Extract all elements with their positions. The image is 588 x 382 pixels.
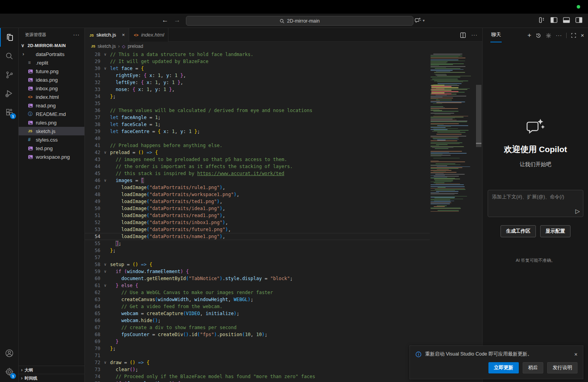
sidebar-section-时间线[interactable]: ›时间线	[19, 374, 85, 382]
code-line-55[interactable]: 55 ];	[85, 240, 430, 247]
tab-sketch.js[interactable]: JSsketch.js×	[85, 28, 129, 42]
tree-item-workspace.png[interactable]: workspace.png	[19, 152, 84, 161]
activity-extensions-icon[interactable]: 1	[0, 103, 19, 121]
chevron-down-icon[interactable]: ▾	[423, 18, 425, 23]
sidebar-more-actions-icon[interactable]: ···	[73, 32, 80, 38]
tree-item-styles.css[interactable]: #styles.css	[19, 135, 84, 144]
breadcrumb-file[interactable]: sketch.js	[98, 44, 116, 49]
close-notification-icon[interactable]: ×	[574, 351, 578, 357]
fold-icon[interactable]: ∨	[100, 268, 110, 275]
close-tab-icon[interactable]: ×	[122, 32, 125, 38]
fold-icon[interactable]: ∨	[100, 359, 110, 366]
chat-button-生成工作区[interactable]: 生成工作区	[500, 225, 536, 237]
project-root-row[interactable]: ∨ 2D-MIRROR-MAIN	[19, 41, 84, 50]
code-line-42[interactable]: 42∨preload = () => {	[85, 149, 430, 156]
code-line-46[interactable]: 46∨ images = [	[85, 177, 430, 184]
activity-settings-icon[interactable]: 1	[0, 363, 19, 381]
code-line-66[interactable]: 66 webcam.hide();	[85, 317, 430, 324]
code-line-56[interactable]: 56};	[85, 247, 430, 254]
tree-item-dataPortraits[interactable]: ›dataPortraits	[19, 50, 84, 58]
sidebar-section-大纲[interactable]: ›大纲	[19, 366, 85, 374]
fold-icon[interactable]: ∨	[100, 261, 110, 268]
code-line-65[interactable]: 65 webcam = createCapture(VIDEO, initial…	[85, 310, 430, 317]
code-line-44[interactable]: 44 // the order is important as it affec…	[85, 163, 430, 170]
code-line-30[interactable]: 30∨let face = {	[85, 65, 430, 72]
tree-item-README.md[interactable]: ⓘREADME.md	[19, 110, 84, 118]
code-line-37[interactable]: 37let faceAngle = 1;	[85, 114, 430, 121]
code-line-29[interactable]: 29// It will get updated by BlazeFace	[85, 58, 430, 65]
code-line-59[interactable]: 59∨ if (window.frameElement) {	[85, 268, 430, 275]
code-line-61[interactable]: 61∨ } else {	[85, 282, 430, 289]
breadcrumb-symbol[interactable]: preload	[128, 44, 143, 49]
tab-chat[interactable]: 聊天	[490, 28, 502, 42]
send-icon[interactable]: ▷	[575, 208, 580, 215]
tree-item-inbox.png[interactable]: inbox.png	[19, 84, 84, 93]
new-chat-icon[interactable]: +	[527, 32, 531, 39]
back-button[interactable]: ←	[162, 16, 168, 24]
code-line-68[interactable]: 68 fpsCounter = createDiv().id("fps").po…	[85, 331, 430, 338]
code-line-50[interactable]: 50 loadImage("dataPortraits/idea1.png"),	[85, 205, 430, 212]
activity-source-control-icon[interactable]	[0, 65, 19, 84]
code-line-38[interactable]: 38let faceScale = 1;	[85, 121, 430, 128]
code-line-53[interactable]: 53 loadImage("dataPortraits/future1.png"…	[85, 226, 430, 233]
code-line-43[interactable]: 43 // images need to be preloaded so tha…	[85, 156, 430, 163]
tree-item-sketch.js[interactable]: JSsketch.js	[19, 127, 84, 135]
fold-icon[interactable]: ∨	[100, 282, 110, 289]
code-line-48[interactable]: 48 loadImage("dataPortraits/workspace1.p…	[85, 191, 430, 198]
chat-input[interactable]: 添加上下文(#)、扩展(@)、命令(/) ▷	[488, 190, 583, 217]
code-line-47[interactable]: 47 loadImage("dataPortraits/rule1.png"),	[85, 184, 430, 191]
code-line-49[interactable]: 49 loadImage("dataPortraits/ted1.png"),	[85, 198, 430, 205]
code-line-28[interactable]: 28∨// This is a data structure to hold f…	[85, 51, 430, 58]
breadcrumb[interactable]: JS sketch.js › ◇ preload	[85, 42, 482, 51]
code-line-52[interactable]: 52 loadImage("dataPortraits/inbox1.png")…	[85, 219, 430, 226]
code-line-75[interactable]: 75 if (faces.length > 0) {	[85, 380, 430, 382]
code-line-67[interactable]: 67 // create a div to show frames per se…	[85, 324, 430, 331]
activity-account-icon[interactable]	[0, 344, 19, 363]
maximize-panel-icon[interactable]	[571, 32, 576, 39]
tree-item-read.png[interactable]: read.png	[19, 101, 84, 110]
notification-button-立即更新[interactable]: 立即更新	[488, 362, 519, 373]
toggle-sidebar-icon[interactable]	[550, 17, 558, 23]
tree-item-index.html[interactable]: <>index.html	[19, 93, 84, 101]
code-line-35[interactable]: 35	[85, 100, 430, 107]
code-editor[interactable]: 28∨// This is a data structure to hold f…	[85, 51, 430, 382]
fold-icon[interactable]: ∨	[100, 177, 110, 184]
editor-more-actions-icon[interactable]: ···	[471, 32, 478, 38]
activity-search-icon[interactable]	[0, 47, 19, 65]
code-line-60[interactable]: 60 document.getElementById("TabNotice").…	[85, 275, 430, 282]
code-line-69[interactable]: 69 }	[85, 338, 430, 345]
close-panel-icon[interactable]: ×	[581, 32, 584, 39]
code-line-32[interactable]: 32 leftEye: { x: 1, y: 1 },	[85, 79, 430, 86]
toggle-panel-icon[interactable]	[563, 17, 570, 23]
code-line-45[interactable]: 45 // this stack is inspired by https://…	[85, 170, 430, 177]
tab-index.html[interactable]: <>index.html	[129, 28, 168, 42]
fold-icon[interactable]: ∨	[100, 149, 110, 156]
code-line-33[interactable]: 33 nose: { x: 1, y: 1 },	[85, 86, 430, 93]
chat-more-actions-icon[interactable]: ···	[556, 32, 562, 38]
tree-item-ted.png[interactable]: ted.png	[19, 144, 84, 152]
code-line-36[interactable]: 36// These values will be calculated / d…	[85, 107, 430, 114]
code-line-70[interactable]: 70};	[85, 345, 430, 352]
code-line-31[interactable]: 31 rightEye: { x: 1, y: 1 },	[85, 72, 430, 79]
copilot-icon[interactable]	[415, 17, 422, 24]
code-line-40[interactable]: 40	[85, 135, 430, 142]
command-center-search[interactable]: 2D-mirror-main	[186, 16, 413, 26]
code-line-64[interactable]: 64 // Get a video feed from the webcam.	[85, 303, 430, 310]
history-icon[interactable]	[536, 32, 541, 38]
fold-icon[interactable]: ∨	[100, 51, 110, 58]
activity-run-debug-icon[interactable]	[0, 84, 19, 103]
tree-item-ideas.png[interactable]: ideas.png	[19, 75, 84, 84]
notification-button-发行说明[interactable]: 发行说明	[547, 362, 578, 373]
chat-settings-gear-icon[interactable]	[546, 32, 551, 38]
chat-button-显示配置[interactable]: 显示配置	[540, 225, 570, 237]
fold-icon[interactable]: ∨	[100, 65, 110, 72]
code-line-74[interactable]: 74 // Proceed only if the BlazeFace mode…	[85, 373, 430, 380]
tree-item-rules.png[interactable]: rules.png	[19, 118, 84, 127]
notification-button-稍后[interactable]: 稍后	[523, 362, 543, 373]
code-line-54[interactable]: 54 loadImage("dataPortraits/name1.png"),	[85, 233, 430, 240]
code-line-41[interactable]: 41// Preload happens before anything els…	[85, 142, 430, 149]
forward-button[interactable]: →	[174, 16, 180, 24]
code-line-51[interactable]: 51 loadImage("dataPortraits/read1.png"),	[85, 212, 430, 219]
code-line-39[interactable]: 39let faceCentre = { x: 1, y: 1 };	[85, 128, 430, 135]
tree-item-future.png[interactable]: future.png	[19, 67, 84, 75]
